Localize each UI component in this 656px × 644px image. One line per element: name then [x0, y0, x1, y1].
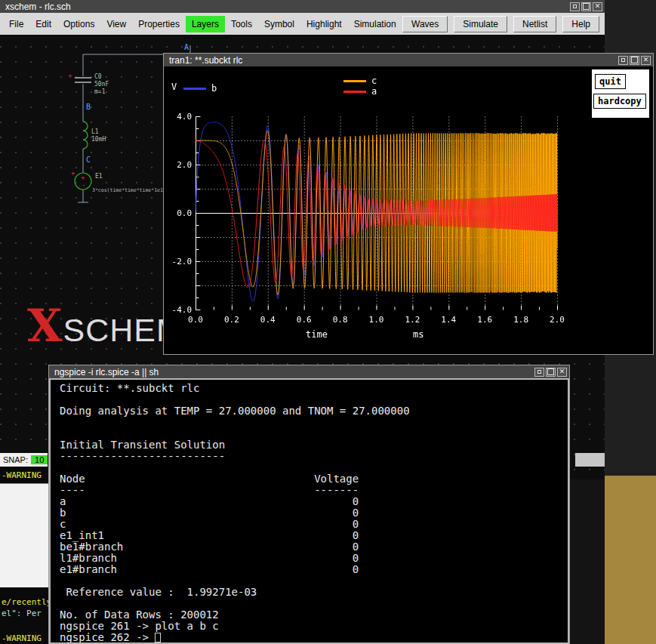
xschem-logo: X SCHEM: [27, 299, 184, 352]
source-ref: E1: [95, 173, 103, 180]
menu-item-edit[interactable]: Edit: [29, 16, 57, 32]
help-button[interactable]: Help: [562, 16, 599, 32]
tran1-window-controls: ✕: [618, 56, 651, 65]
legend-swatch-c: [343, 80, 366, 82]
quit-button[interactable]: quit: [595, 74, 626, 89]
terminal-cursor: [155, 633, 161, 642]
snap-label: SNAP:: [3, 455, 28, 464]
close-icon: ✕: [595, 3, 601, 10]
legend-entry-a: a: [343, 86, 377, 97]
menu-item-view[interactable]: View: [100, 16, 132, 32]
tran1-titlebar[interactable]: tran1: **.subckt rlc ✕: [164, 54, 653, 66]
menu-items: FileEditOptionsViewPropertiesLayersTools…: [3, 16, 402, 32]
minimize-icon: [573, 5, 577, 8]
maximize-icon: [547, 368, 554, 375]
inductor-symbol[interactable]: [83, 122, 88, 149]
hardcopy-button[interactable]: hardcopy: [593, 94, 646, 109]
maximize-button[interactable]: [581, 2, 591, 11]
menu-bar: FileEditOptionsViewPropertiesLayersTools…: [0, 13, 605, 35]
netlist-button[interactable]: Netlist: [513, 16, 556, 32]
waveform-plot-area: V b c a time ms quit hardcopy: [164, 66, 653, 354]
menu-item-options[interactable]: Options: [57, 16, 100, 32]
ngspice-window-title: ngspice -i rlc.spice -a || sh: [54, 367, 531, 377]
xschem-window-title: xschem - rlc.sch: [5, 2, 567, 12]
terminal-prompt: ngspice 262 ->: [60, 632, 155, 643]
menu-action-buttons: WavesSimulateNetlistHelp: [402, 16, 602, 32]
minimize-button[interactable]: [570, 2, 580, 11]
close-button[interactable]: ✕: [593, 2, 602, 11]
snap-value[interactable]: 10: [31, 455, 48, 464]
waveform-viewer-window: tran1: **.subckt rlc ✕ V b c a time: [163, 53, 654, 355]
menu-item-symbol[interactable]: Symbol: [258, 16, 300, 32]
plot-control-panel: quit hardcopy: [591, 69, 650, 119]
waves-button[interactable]: Waves: [402, 16, 448, 32]
legend-swatch-b: [183, 88, 206, 90]
net-label-a[interactable]: A: [184, 43, 189, 51]
close-button[interactable]: ✕: [557, 368, 567, 377]
terminal-prompt-row: ngspice 262 ->: [60, 632, 563, 643]
fragment-line-2: el": Per: [2, 609, 42, 618]
close-button[interactable]: ✕: [641, 56, 651, 65]
x-axis-unit: ms: [413, 329, 423, 340]
legend-label-b: b: [211, 83, 217, 94]
inductor-ref: L1: [91, 128, 99, 135]
capacitor-plus-mark: +: [68, 72, 72, 79]
menu-item-layers[interactable]: Layers: [186, 16, 225, 32]
net-label-c[interactable]: C: [86, 156, 91, 164]
desktop-background-tan: [605, 476, 656, 644]
xschem-window-controls: ✕: [570, 2, 602, 11]
menu-item-tools[interactable]: Tools: [225, 16, 258, 32]
fragment-line-3: -WARNING: [2, 633, 42, 643]
xschem-logo-x: X: [27, 299, 63, 352]
minimize-icon: [621, 58, 625, 62]
legend-label-c: c: [371, 75, 377, 86]
maximize-button[interactable]: [630, 56, 639, 65]
minimize-button[interactable]: [618, 56, 628, 65]
capacitor-ref: C0: [94, 73, 102, 80]
x-axis-label: time: [306, 329, 328, 340]
minimize-icon: [537, 370, 541, 374]
ngspice-window-controls: ✕: [534, 368, 567, 377]
source-plus-mark: +: [81, 174, 85, 181]
ngspice-terminal-window: ngspice -i rlc.spice -a || sh ✕ Circuit:…: [48, 365, 570, 644]
desktop: xschem - rlc.sch ✕ FileEditOptionsViewPr…: [0, 0, 656, 644]
xschem-titlebar[interactable]: xschem - rlc.sch ✕: [0, 0, 605, 13]
inductor-value: 10mH: [91, 136, 106, 143]
statusbar-right-box: [575, 453, 605, 467]
terminal[interactable]: Circuit: **.subckt rlc Doing analysis at…: [49, 378, 569, 644]
tran1-window-title: tran1: **.subckt rlc: [169, 55, 615, 66]
y-axis-unit: V: [171, 82, 177, 92]
menu-item-properties[interactable]: Properties: [132, 16, 186, 32]
legend-swatch-a: [343, 91, 366, 93]
minimize-button[interactable]: [534, 368, 544, 377]
legend-label-a: a: [371, 86, 377, 97]
net-label-b[interactable]: B: [86, 103, 91, 111]
terminal-output: Circuit: **.subckt rlc Doing analysis at…: [60, 383, 563, 632]
menu-item-simulation[interactable]: Simulation: [348, 16, 402, 32]
fragment-white-panel: [0, 483, 48, 587]
background-window-fragment: -WARNING e/recently el": Per -WARNING: [0, 467, 48, 644]
capacitor-value: 50nF: [94, 81, 109, 88]
capacitor-symbol[interactable]: [75, 78, 91, 82]
fragment-line-1: e/recently: [2, 597, 48, 607]
snap-indicator: SNAP: 10: [0, 453, 48, 467]
legend-entry-c: c: [343, 75, 377, 86]
fragment-warning-1: -WARNING: [2, 470, 42, 480]
ngspice-titlebar[interactable]: ngspice -i rlc.spice -a || sh ✕: [49, 365, 569, 378]
maximize-icon: [631, 57, 638, 63]
waveform-plot[interactable]: [164, 66, 653, 354]
close-icon: ✕: [559, 368, 565, 375]
legend-entry-b: b: [183, 83, 217, 94]
menu-item-file[interactable]: File: [3, 16, 29, 32]
capacitor-attr: m=1: [94, 88, 106, 95]
close-icon: ✕: [643, 57, 649, 63]
source-expression: 3*cos(time*time*time*1e11): [92, 187, 169, 193]
menu-item-highlight[interactable]: Highlight: [300, 16, 348, 32]
source-top-plus-mark: +: [71, 169, 75, 177]
maximize-icon: [583, 3, 590, 10]
maximize-button[interactable]: [546, 368, 556, 377]
source-minus-mark: -: [82, 181, 85, 189]
simulate-button[interactable]: Simulate: [454, 16, 507, 32]
